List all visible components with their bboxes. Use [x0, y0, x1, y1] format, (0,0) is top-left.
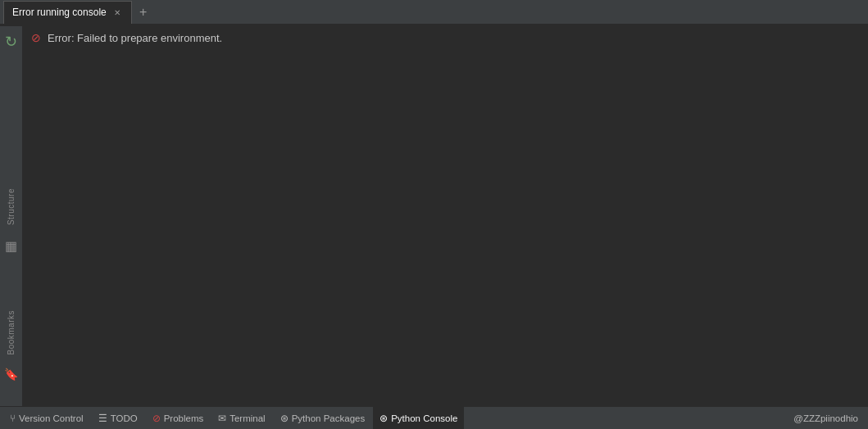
status-python-console-label: Python Console [391, 413, 457, 423]
python-packages-icon: ⊛ [280, 413, 289, 424]
status-todo[interactable]: ☰ TODO [92, 407, 144, 429]
status-problems[interactable]: ⊘ Problems [146, 407, 211, 429]
status-user-label: @ZZZpiinodhio [793, 413, 858, 423]
status-terminal-label: Terminal [229, 413, 265, 423]
terminal-icon: ✉ [218, 413, 226, 424]
todo-icon: ☰ [98, 413, 107, 424]
status-user-info[interactable]: @ZZZpiinodhio [787, 407, 865, 429]
refresh-button[interactable]: ↻ [2, 33, 20, 51]
problems-icon: ⊘ [152, 413, 161, 424]
status-terminal[interactable]: ✉ Terminal [211, 407, 271, 429]
console-body [23, 49, 868, 406]
main-area: ↻ Structure ▦ Bookmarks 🔖 ⊘ Error: Faile… [0, 26, 868, 406]
bookmarks-label[interactable]: Bookmarks [5, 307, 17, 359]
python-console-icon: ⊛ [379, 413, 388, 424]
version-control-icon: ⑂ [10, 413, 16, 424]
structure-label[interactable]: Structure [5, 185, 17, 228]
grid-icon[interactable]: ▦ [2, 237, 20, 255]
status-python-packages[interactable]: ⊛ Python Packages [274, 407, 372, 429]
tab-close-button[interactable]: ✕ [111, 7, 123, 18]
tab-bar: Error running console ✕ + [0, 0, 868, 25]
add-tab-button[interactable]: + [134, 2, 153, 22]
structure-section: Structure [5, 185, 17, 228]
console-area: ⊘ Error: Failed to prepare environment. [23, 26, 868, 406]
tab-label: Error running console [12, 7, 107, 18]
error-message: Error: Failed to prepare environment. [48, 32, 222, 44]
bookmark-icon[interactable]: 🔖 [2, 365, 20, 383]
bookmarks-section: Bookmarks [5, 307, 17, 359]
status-problems-label: Problems [164, 413, 204, 423]
status-version-control[interactable]: ⑂ Version Control [3, 407, 90, 429]
status-python-packages-label: Python Packages [292, 413, 366, 423]
error-icon: ⊘ [31, 31, 41, 44]
left-sidebar: ↻ Structure ▦ Bookmarks 🔖 [0, 26, 23, 406]
status-bar: ⑂ Version Control ☰ TODO ⊘ Problems ✉ Te… [0, 406, 868, 429]
status-todo-label: TODO [111, 413, 138, 423]
status-python-console[interactable]: ⊛ Python Console [373, 407, 464, 429]
status-version-control-label: Version Control [19, 413, 84, 423]
tab-error-running-console[interactable]: Error running console ✕ [3, 1, 132, 24]
error-bar: ⊘ Error: Failed to prepare environment. [23, 26, 868, 49]
